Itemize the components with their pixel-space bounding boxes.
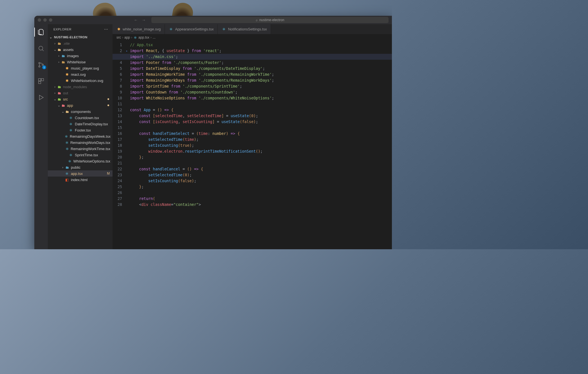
tree-file-react-svg[interactable]: ✱ react.svg [48,71,113,77]
tree-folder-src[interactable]: ⌄ 🖿 src [48,96,113,102]
react-icon: ⚛ [66,146,69,151]
minimize-window[interactable] [43,18,47,22]
breadcrumb-segment[interactable]: app [124,35,130,39]
react-icon: ⚛ [65,171,69,176]
tree-file-datetimedisplay[interactable]: ⚛ DateTimeDisplay.tsx [48,121,113,127]
tree-folder-vite[interactable]: › 🖿 .vite [48,40,113,46]
code-content[interactable]: // App.tsximport React, { useState } fro… [130,41,392,249]
chevron-right-icon: › [53,91,57,95]
line-numbers: 1234567891011121314151617181920212223242… [113,41,126,249]
html-icon: ◧ [65,177,69,182]
tree-folder-components[interactable]: ⌄ 🖿 components [48,108,113,115]
tree-folder-app[interactable]: ⌄ 🖿 app [48,102,113,108]
folder-icon: 🖿 [57,91,61,95]
react-icon: ⚛ [169,27,173,32]
tree-file-sprinttime[interactable]: ⚛ SprintTime.tsx [48,152,113,158]
tree-folder-whitenoise[interactable]: › 🖿 WhiteNoise [48,59,113,65]
react-icon: ⚛ [222,27,226,32]
breadcrumb-segment[interactable]: src [116,35,121,39]
tree-file-whitenoiseoptions[interactable]: ⚛ WhiteNoiseOptions.tsx [48,158,113,164]
tree-folder-node-modules[interactable]: › 🖿 node_modules [48,84,113,90]
tree-label: components [71,110,91,114]
tree-folder-out[interactable]: › 🖿 out [48,90,113,96]
folder-icon: 🖿 [57,97,61,101]
react-icon: ⚛ [69,153,73,157]
activity-scm[interactable]: 1 [34,59,48,70]
tree-label: SprintTime.tsx [75,153,98,157]
folder-icon: 🖿 [57,41,61,46]
sidebar-more-icon[interactable]: ⋯ [104,27,109,32]
folder-icon: 🖿 [61,103,65,108]
activity-explorer[interactable] [34,26,48,38]
chevron-right-icon: › [57,54,61,57]
chevron-right-icon: › [53,85,57,88]
tree-folder-assets[interactable]: ⌄ 🖿 assets [48,46,113,53]
tab-appearance-settings[interactable]: ⚛ AppearanceSettings.tsx [165,24,218,34]
tree-label: WhiteNoiseOptions.tsx [73,159,111,163]
sidebar: EXPLORER ⋯ ⌄ NUSTIME-ELECTRON › 🖿 .vite … [48,24,113,249]
tree-folder-images[interactable]: › 🖿 images [48,53,113,59]
folder-icon: 🖿 [57,47,61,52]
tree-label: RemainingWorkTime.tsx [71,147,110,151]
search-icon: ⌕ [256,18,258,22]
code-area[interactable]: 1234567891011121314151617181920212223242… [113,41,392,249]
project-header[interactable]: ⌄ NUSTIME-ELECTRON [48,34,113,40]
tree-file-music-player[interactable]: ✱ music_player.svg [48,65,113,71]
chevron-right-icon: › [131,35,132,39]
svg-rect-7 [39,81,41,84]
folder-icon: 🖿 [65,109,69,114]
project-name: NUSTIME-ELECTRON [54,35,87,39]
tree-file-footer[interactable]: ⚛ Footer.tsx [48,127,113,133]
tree-file-app-tsx[interactable]: ⚛ app.tsx M [48,170,113,177]
modified-status: M [107,172,110,175]
chevron-right-icon: › [122,35,123,39]
svg-marker-8 [39,95,43,100]
nav-back-icon[interactable]: ← [134,18,138,22]
modified-dot-icon [107,104,109,106]
extensions-icon [38,78,44,84]
tree-file-remainingworktime[interactable]: ⚛ RemainingWorkTime.tsx [48,146,113,152]
breadcrumb-segment[interactable]: ... [153,35,156,39]
tree-label: images [67,54,79,58]
tree-label: RemainingDaysWeek.tsx [70,134,111,139]
debug-icon [38,94,44,101]
tree-file-whitenoiseicon[interactable]: ✱ WhiteNoiseIcon.svg [48,77,113,84]
tree-label: out [63,91,68,95]
tree-label: src [63,97,68,101]
chevron-down-icon: ⌄ [53,48,57,52]
tree-folder-public[interactable]: › 🖿 public [48,164,113,170]
fold-column: ▸▸ [126,41,130,249]
close-window[interactable] [38,18,41,22]
tree-label: public [71,165,80,170]
svg-icon: ✱ [65,72,69,77]
tab-notifications-settings[interactable]: ⚛ NotificationsSettings.tsx [218,24,271,34]
scm-badge: 1 [42,65,46,69]
breadcrumb-segment[interactable]: app.tsx [138,35,149,39]
chevron-right-icon: › [57,60,61,64]
command-center[interactable]: ⌕ nustime-electron [151,17,389,23]
chevron-right-icon: › [53,42,57,45]
breadcrumb[interactable]: src › app › ⚛ app.tsx › ... [113,34,392,41]
activity-extensions[interactable] [34,75,48,87]
folder-icon: 🖿 [65,165,69,170]
zoom-window[interactable] [49,18,52,22]
svg-rect-6 [41,79,44,81]
svg-icon: ✱ [65,78,69,83]
tree-file-remainingdaysweek[interactable]: ⚛ RemainingDaysWeek.tsx [48,133,113,139]
tab-white-noise-image[interactable]: ✱ white_noise_image.svg [113,24,165,34]
activity-search[interactable] [34,43,48,54]
nav-forward-icon[interactable]: → [142,18,146,22]
editor-tabs: ✱ white_noise_image.svg ⚛ AppearanceSett… [113,24,392,34]
tree-file-index-html[interactable]: ◧ index.html [48,177,113,183]
tree-label: Countdown.tsx [75,116,99,120]
activity-run[interactable] [34,92,48,103]
vscode-window: ← → ⌕ nustime-electron 1 [34,16,392,249]
folder-icon: 🖿 [57,84,61,89]
tree-file-countdown[interactable]: ⚛ Countdown.tsx [48,115,113,121]
tree-label: music_player.svg [71,66,99,70]
sidebar-title: EXPLORER [53,28,71,31]
chevron-right-icon: › [61,166,65,169]
sidebar-header: EXPLORER ⋯ [48,24,113,34]
search-icon [38,45,44,52]
tree-file-remainingworkdays[interactable]: ⚛ RemainingWorkDays.tsx [48,139,113,146]
